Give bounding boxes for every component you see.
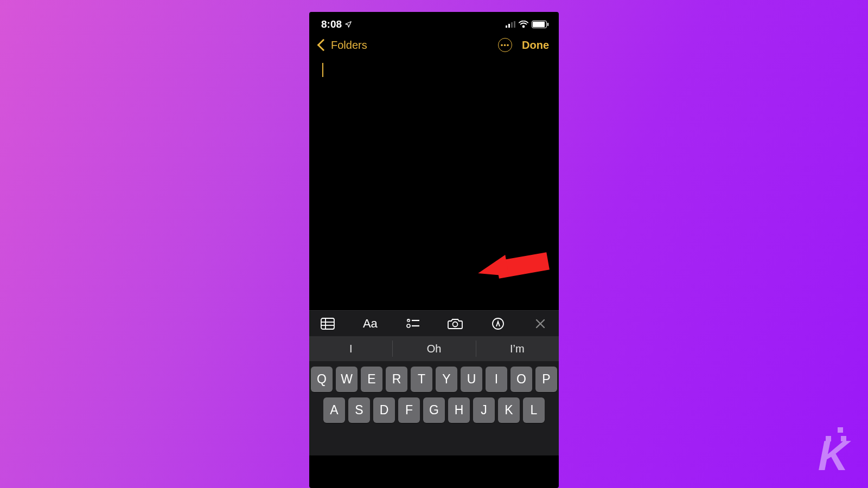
keyboard-row-2: A S D F G H J K L xyxy=(312,397,556,423)
checklist-button[interactable] xyxy=(403,314,423,333)
table-button[interactable] xyxy=(318,314,337,333)
camera-icon xyxy=(448,318,463,330)
svg-point-9 xyxy=(407,324,410,328)
cellular-signal-icon xyxy=(506,21,515,28)
key-p[interactable]: P xyxy=(535,367,557,392)
key-d[interactable]: D xyxy=(373,397,395,423)
status-bar: 8:08 xyxy=(309,12,559,34)
key-k[interactable]: K xyxy=(498,397,520,423)
key-j[interactable]: J xyxy=(473,397,495,423)
close-icon xyxy=(535,319,545,329)
back-button[interactable]: Folders xyxy=(319,39,367,52)
keyboard-suggestions: I Oh I’m xyxy=(309,336,559,361)
checklist-icon xyxy=(406,318,419,329)
suggestion-3[interactable]: I’m xyxy=(476,336,559,361)
phone-frame: 8:08 Folders ••• Done xyxy=(309,12,559,488)
camera-button[interactable] xyxy=(445,314,465,333)
location-services-icon xyxy=(344,21,352,28)
key-r[interactable]: R xyxy=(386,367,407,392)
note-editor[interactable] xyxy=(309,55,559,310)
navigation-bar: Folders ••• Done xyxy=(309,34,559,55)
markup-button[interactable] xyxy=(488,314,508,333)
chevron-left-icon xyxy=(317,39,330,52)
key-h[interactable]: H xyxy=(448,397,470,423)
close-toolbar-button[interactable] xyxy=(531,314,550,333)
annotation-arrow xyxy=(462,215,559,323)
status-time: 8:08 xyxy=(321,18,352,30)
key-g[interactable]: G xyxy=(423,397,445,423)
more-options-button[interactable]: ••• xyxy=(498,38,512,52)
key-t[interactable]: T xyxy=(411,367,432,392)
key-s[interactable]: S xyxy=(348,397,370,423)
key-q[interactable]: Q xyxy=(311,367,333,392)
site-watermark: K xyxy=(818,426,846,468)
battery-icon xyxy=(532,21,547,28)
svg-rect-3 xyxy=(321,318,334,329)
text-format-button[interactable]: Aa xyxy=(360,314,380,333)
suggestion-1[interactable]: I xyxy=(309,336,392,361)
key-i[interactable]: I xyxy=(486,367,507,392)
svg-point-11 xyxy=(453,322,458,326)
key-w[interactable]: W xyxy=(336,367,358,392)
key-a[interactable]: A xyxy=(323,397,345,423)
screenshot-background: 8:08 Folders ••• Done xyxy=(0,0,868,488)
key-l[interactable]: L xyxy=(523,397,545,423)
key-u[interactable]: U xyxy=(461,367,482,392)
table-icon xyxy=(321,318,335,330)
text-cursor xyxy=(322,63,323,77)
back-label: Folders xyxy=(331,39,367,52)
key-e[interactable]: E xyxy=(361,367,382,392)
key-y[interactable]: Y xyxy=(436,367,457,392)
done-button[interactable]: Done xyxy=(522,39,549,52)
key-o[interactable]: O xyxy=(510,367,532,392)
svg-point-0 xyxy=(523,26,525,28)
wifi-icon xyxy=(519,21,528,28)
onscreen-keyboard: Q W E R T Y U I O P A S D F G H J K L xyxy=(309,361,559,455)
keyboard-row-1: Q W E R T Y U I O P xyxy=(312,367,556,392)
markup-icon xyxy=(492,317,505,330)
suggestion-2[interactable]: Oh xyxy=(392,336,475,361)
key-f[interactable]: F xyxy=(398,397,420,423)
